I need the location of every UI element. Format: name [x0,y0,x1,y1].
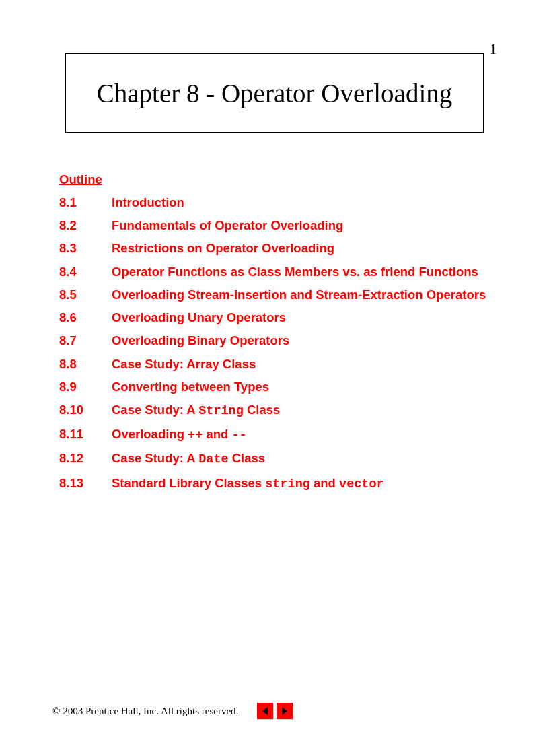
code-text: vector [339,477,384,491]
outline-item-number: 8.9 [59,376,112,399]
chapter-title: Chapter 8 - Operator Overloading [97,78,452,108]
outline-item-number: 8.3 [59,237,112,260]
outline-item-number: 8.11 [59,423,112,447]
page-number: 1 [490,42,497,57]
outline-item: 8.5Overloading Stream-Insertion and Stre… [59,283,490,306]
outline-item-title: Operator Functions as Class Members vs. … [112,261,478,283]
outline-item: 8.6Overloading Unary Operators [59,306,490,329]
copyright-text: © 2003 Prentice Hall, Inc. All rights re… [52,706,238,717]
outline-item-title: Case Study: Array Class [112,353,256,376]
outline-item-number: 8.2 [59,214,112,237]
outline-item: 8.11Overloading ++ and -- [59,423,490,447]
outline-item: 8.1Introduction [59,191,490,214]
outline-item-title: Restrictions on Operator Overloading [112,237,334,260]
outline-item-number: 8.13 [59,472,112,496]
outline-item: 8.3Restrictions on Operator Overloading [59,237,490,260]
svg-marker-1 [282,707,287,715]
outline-item-title: Overloading Binary Operators [112,329,289,352]
footer: © 2003 Prentice Hall, Inc. All rights re… [52,703,293,719]
outline-item-title: Case Study: A String Class [112,399,280,423]
code-text: String [198,404,244,418]
outline-item-number: 8.12 [59,447,112,471]
outline-item-number: 8.4 [59,261,112,283]
outline-item-title: Overloading Unary Operators [112,306,286,329]
outline-heading: Outline [59,172,490,187]
outline-item-title: Converting between Types [112,376,269,399]
code-text: string [265,477,310,491]
outline-item-number: 8.7 [59,329,112,352]
outline-item: 8.10Case Study: A String Class [59,399,490,423]
outline-item-title: Overloading Stream-Insertion and Stream-… [112,283,486,306]
outline-item-number: 8.6 [59,306,112,329]
prev-button[interactable] [257,703,273,719]
outline-item: 8.7Overloading Binary Operators [59,329,490,352]
code-text: Date [198,452,228,467]
outline-item: 8.9Converting between Types [59,376,490,399]
chapter-title-box: Chapter 8 - Operator Overloading [65,53,484,133]
next-button[interactable] [277,703,293,719]
triangle-right-icon [281,706,289,716]
outline-block: Outline 8.1Introduction8.2Fundamentals o… [59,172,490,496]
outline-item: 8.2Fundamentals of Operator Overloading [59,214,490,237]
outline-item: 8.8Case Study: Array Class [59,353,490,376]
outline-item-number: 8.10 [59,399,112,423]
outline-item-title: Overloading ++ and -- [112,423,247,447]
outline-list: 8.1Introduction8.2Fundamentals of Operat… [59,191,490,496]
outline-item-number: 8.5 [59,283,112,306]
code-text: ++ [188,428,203,442]
outline-item-title: Standard Library Classes string and vect… [112,472,384,496]
outline-item-title: Case Study: A Date Class [112,447,265,471]
svg-marker-0 [262,707,268,715]
code-text: -- [231,428,246,442]
outline-item: 8.12Case Study: A Date Class [59,447,490,471]
nav-buttons [257,703,293,719]
outline-item: 8.13Standard Library Classes string and … [59,472,490,496]
outline-item: 8.4Operator Functions as Class Members v… [59,261,490,283]
outline-item-number: 8.8 [59,353,112,376]
outline-item-number: 8.1 [59,191,112,214]
outline-item-title: Introduction [112,191,184,214]
outline-item-title: Fundamentals of Operator Overloading [112,214,343,237]
triangle-left-icon [261,706,269,716]
